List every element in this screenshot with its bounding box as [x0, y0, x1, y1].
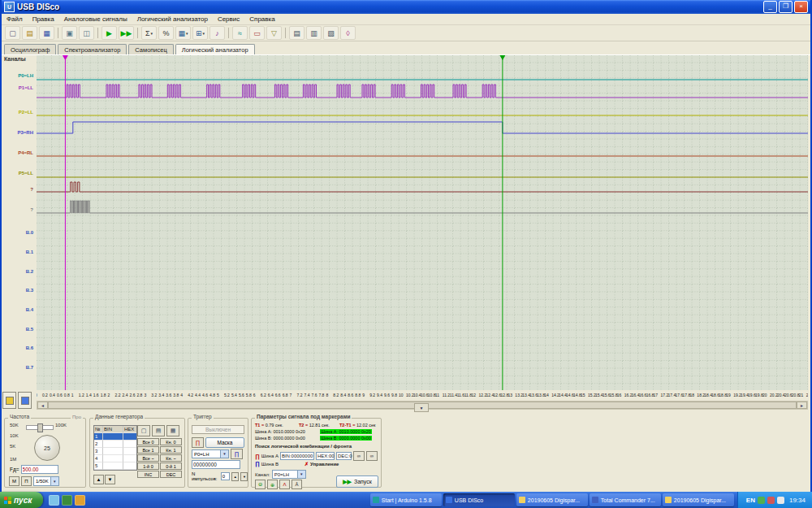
- gen-button-6[interactable]: Кн. ~: [160, 454, 182, 462]
- tray-icon-alert[interactable]: [767, 497, 775, 504]
- trigger-mask-input[interactable]: [192, 460, 240, 469]
- tray-icon-shield[interactable]: [758, 497, 765, 504]
- language-indicator[interactable]: EN: [746, 497, 755, 504]
- gen-row-up-button[interactable]: ▲: [93, 475, 104, 484]
- maximize-button[interactable]: ❐: [779, 1, 793, 13]
- menu-item-6[interactable]: Справка: [244, 15, 279, 23]
- gen-row-down-button[interactable]: ▼: [105, 475, 115, 484]
- task-button-5[interactable]: 20190605 Digispar...: [663, 493, 734, 506]
- gen-button-5[interactable]: Все ~: [137, 454, 159, 462]
- scroll-left-button[interactable]: ◄: [37, 402, 48, 409]
- save-image-button[interactable]: [2, 392, 16, 409]
- gen-row-3[interactable]: 3: [94, 448, 136, 455]
- search-hex-value[interactable]: HEX:00: [316, 452, 335, 460]
- start-menu-button[interactable]: пуск: [0, 492, 43, 508]
- axis-menu-button[interactable]: ▼: [414, 403, 429, 412]
- gen-button-3[interactable]: Все 1: [137, 446, 159, 454]
- task-button-1[interactable]: Start | Arduino 1.5.8: [370, 493, 442, 506]
- open-file-button[interactable]: ▤: [22, 26, 37, 40]
- freq-p-button[interactable]: П: [21, 476, 32, 486]
- gen-button-9[interactable]: INC: [137, 471, 159, 478]
- menu-item-1[interactable]: Файл: [2, 15, 28, 23]
- trigger-pulse-button[interactable]: ∏: [231, 449, 243, 459]
- view-list-button[interactable]: ▥: [306, 26, 322, 40]
- save-data-button[interactable]: [18, 392, 32, 409]
- grid-menu-button[interactable]: ▦▾: [175, 26, 191, 40]
- gen-button-4[interactable]: Кн. 1: [160, 446, 182, 454]
- tray-icon-volume[interactable]: [777, 497, 784, 504]
- search-dec-value[interactable]: DEC:0: [336, 452, 352, 460]
- menu-item-2[interactable]: Правка: [28, 15, 59, 23]
- freq-divider-select[interactable]: 1/50K ▼: [33, 476, 59, 486]
- percent-button[interactable]: %: [158, 26, 174, 40]
- gen-row-1[interactable]: 1: [94, 433, 136, 441]
- start-acquisition-button[interactable]: ▶▶ Запуск: [336, 475, 378, 488]
- save-file-button[interactable]: ▦: [39, 26, 54, 40]
- gen-button-10[interactable]: DEC: [160, 471, 182, 478]
- frequency-knob[interactable]: 25: [34, 435, 60, 461]
- export-button[interactable]: ◫: [79, 26, 94, 40]
- run-continuous-button[interactable]: ▶▶: [119, 26, 134, 40]
- freq-m-button[interactable]: М: [9, 476, 19, 486]
- waveform-plot[interactable]: [37, 55, 808, 390]
- search-backward-button[interactable]: ∞: [353, 451, 365, 461]
- gen-row-2[interactable]: 2: [94, 441, 136, 448]
- quick-launch-player[interactable]: [75, 495, 85, 506]
- quick-launch-desktop[interactable]: [49, 495, 59, 506]
- tab-2[interactable]: Спектроанализатор: [58, 44, 127, 54]
- task-button-2[interactable]: USB DISco: [443, 493, 515, 506]
- close-button[interactable]: ×: [794, 1, 808, 13]
- search-bin-value[interactable]: BIN:00000000: [280, 452, 314, 460]
- generator-table[interactable]: №BINHEX12345: [93, 425, 137, 471]
- view-detail-button[interactable]: ▧: [323, 26, 339, 40]
- trigger-channel-select[interactable]: P0=LH ▼: [192, 449, 229, 458]
- tab-3[interactable]: Самописец: [128, 44, 173, 54]
- mask-button[interactable]: Маска: [205, 437, 244, 448]
- pulses-value[interactable]: 0: [221, 472, 230, 480]
- menu-item-5[interactable]: Сервис: [213, 15, 244, 23]
- search-zero-button[interactable]: Θ: [255, 480, 266, 489]
- search-channel-select[interactable]: P0=LH ▼: [272, 470, 306, 479]
- pulses-down-button[interactable]: ▼: [240, 472, 248, 481]
- search-invert-button[interactable]: Ā: [292, 480, 302, 489]
- gen-button-7[interactable]: 1-й 0: [137, 462, 159, 470]
- gen-button-8[interactable]: 0-й 1: [160, 462, 182, 470]
- search-plus-button[interactable]: ⊕: [267, 480, 278, 489]
- view-grid-button[interactable]: ▤: [289, 26, 304, 40]
- channel-label-14: B.5: [26, 327, 33, 332]
- filter-button[interactable]: ▽: [266, 26, 282, 40]
- menu-item-4[interactable]: Логический анализатор: [132, 15, 213, 23]
- tab-1[interactable]: Осциллограф: [4, 44, 56, 54]
- minimize-button[interactable]: _: [763, 1, 777, 13]
- task-button-3[interactable]: 20190605 Digispar...: [516, 493, 588, 506]
- gen-button-2[interactable]: Кн. 0: [160, 438, 182, 445]
- frequency-slider-thumb[interactable]: [37, 423, 43, 432]
- waveform-button[interactable]: ≈: [232, 26, 248, 40]
- frequency-input[interactable]: [21, 465, 58, 474]
- gen-save-button[interactable]: ▦: [166, 425, 179, 436]
- erase-button[interactable]: ◊: [340, 26, 356, 40]
- search-forward-button[interactable]: ∞: [366, 451, 378, 461]
- record-button[interactable]: ▭: [249, 26, 265, 40]
- copy-image-button[interactable]: ▣: [62, 26, 77, 40]
- tab-4[interactable]: Логический анализатор: [175, 44, 255, 54]
- gen-new-button[interactable]: ▢: [137, 425, 150, 436]
- sum-menu-button[interactable]: Σ▾: [141, 26, 157, 40]
- sound-button[interactable]: ♪: [209, 26, 225, 40]
- frequency-range-slider[interactable]: [26, 425, 54, 430]
- run-button[interactable]: ▶: [102, 26, 117, 40]
- pulses-up-button[interactable]: ▲: [231, 472, 239, 481]
- quick-launch-browser[interactable]: [62, 495, 72, 506]
- new-file-button[interactable]: ▢: [5, 26, 20, 40]
- gen-button-1[interactable]: Все 0: [137, 438, 159, 445]
- search-edge-button[interactable]: Λ: [279, 480, 290, 489]
- menu-item-3[interactable]: Аналоговые сигналы: [59, 15, 132, 23]
- math-menu-button[interactable]: ⊞▾: [192, 26, 208, 40]
- trigger-edge-button[interactable]: ∏: [192, 437, 204, 448]
- gen-row-5[interactable]: 5: [94, 462, 136, 470]
- gen-open-button[interactable]: ▤: [152, 425, 165, 436]
- titlebar[interactable]: U USB DISco _ ❐ ×: [2, 0, 810, 14]
- gen-row-4[interactable]: 4: [94, 455, 136, 462]
- task-button-4[interactable]: Total Commander 7...: [590, 493, 661, 506]
- scroll-right-button[interactable]: ►: [797, 402, 807, 409]
